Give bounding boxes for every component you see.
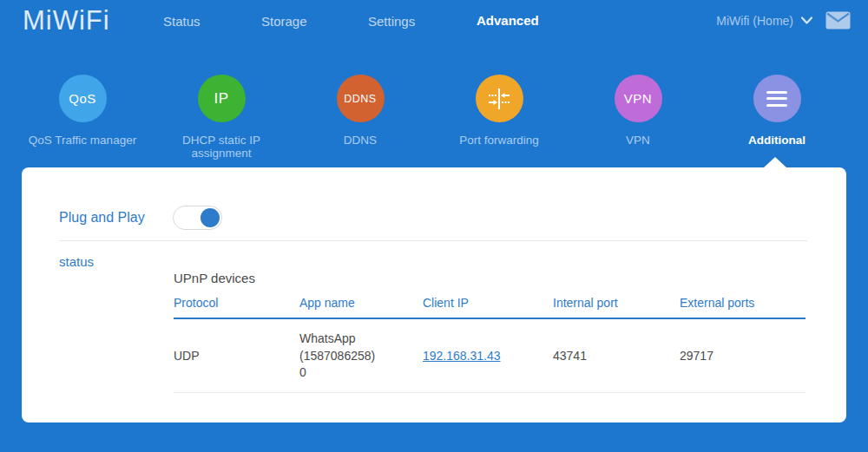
table-header-row: Protocol App name Client IP Internal por… xyxy=(174,296,806,319)
col-header-external-ports: External ports xyxy=(680,296,806,310)
qos-badge-text: QoS xyxy=(69,91,96,106)
panel-pointer xyxy=(764,157,786,167)
upnp-devices-table: Protocol App name Client IP Internal por… xyxy=(174,296,806,393)
section-divider xyxy=(59,240,807,241)
tab-label: Port forwarding xyxy=(459,134,539,147)
cell-app-name: WhatsApp (1587086258) 0 xyxy=(299,331,423,382)
vpn-icon: VPN xyxy=(615,75,662,122)
col-header-client-ip: Client IP xyxy=(423,296,553,310)
upnp-devices-title: UPnP devices xyxy=(174,271,255,285)
tab-label: DHCP static IP assignment xyxy=(152,134,291,160)
advanced-feature-tabs: QoS QoS Traffic manager IP DHCP static I… xyxy=(13,75,855,160)
tab-ddns[interactable]: DDNS DDNS xyxy=(291,75,430,160)
app-name-line: 0 xyxy=(299,364,423,382)
tab-qos-traffic-manager[interactable]: QoS QoS Traffic manager xyxy=(13,75,152,160)
cell-client-ip: 192.168.31.43 xyxy=(423,349,553,363)
tab-dhcp-static-ip[interactable]: IP DHCP static IP assignment xyxy=(152,75,291,160)
col-header-app-name: App name xyxy=(299,296,423,310)
tab-label: DDNS xyxy=(344,134,377,147)
cell-internal-port: 43741 xyxy=(553,349,680,363)
tab-label: QoS Traffic manager xyxy=(29,134,136,147)
plug-and-play-label: Plug and Play xyxy=(59,210,145,226)
nav-tab-storage[interactable]: Storage xyxy=(261,14,307,29)
miwifi-admin-page: MiWiFi Status Storage Settings Advanced … xyxy=(0,0,868,452)
tab-vpn[interactable]: VPN VPN xyxy=(569,75,707,160)
chevron-down-icon[interactable] xyxy=(801,16,812,24)
table-row: UDP WhatsApp (1587086258) 0 192.168.31.4… xyxy=(174,319,806,393)
tab-label: VPN xyxy=(626,134,650,147)
col-header-protocol: Protocol xyxy=(174,296,299,310)
menu-icon xyxy=(753,75,801,122)
tab-additional[interactable]: Additional xyxy=(707,75,846,160)
device-menu-label[interactable]: MiWifi (Home) xyxy=(716,14,793,28)
account-menu[interactable]: MiWifi (Home) xyxy=(716,11,851,29)
qos-icon: QoS xyxy=(59,75,107,122)
cell-protocol: UDP xyxy=(174,349,299,363)
app-name-line: WhatsApp (1587086258) xyxy=(299,331,423,364)
nav-tab-settings[interactable]: Settings xyxy=(368,14,415,29)
static-ip-icon: IP xyxy=(198,75,246,122)
col-header-internal-port: Internal port xyxy=(553,296,680,310)
status-section-label: status xyxy=(59,254,94,269)
ip-badge-text: IP xyxy=(214,90,228,108)
ddns-badge-text: DDNS xyxy=(344,93,376,105)
additional-settings-panel: Plug and Play status UPnP devices Protoc… xyxy=(22,167,846,423)
tab-label: Additional xyxy=(748,134,806,147)
ddns-icon: DDNS xyxy=(337,75,385,122)
mail-icon[interactable] xyxy=(825,11,851,29)
client-ip-link[interactable]: 192.168.31.43 xyxy=(423,349,501,363)
toggle-knob xyxy=(201,208,220,227)
vpn-badge-text: VPN xyxy=(624,91,652,106)
port-forwarding-icon xyxy=(476,75,523,122)
plug-and-play-toggle[interactable] xyxy=(173,206,222,230)
nav-tab-status[interactable]: Status xyxy=(163,14,201,29)
cell-external-ports: 29717 xyxy=(680,349,806,363)
tab-port-forwarding[interactable]: Port forwarding xyxy=(430,75,569,160)
nav-tab-advanced[interactable]: Advanced xyxy=(477,13,539,28)
miwifi-logo: MiWiFi xyxy=(23,5,110,36)
